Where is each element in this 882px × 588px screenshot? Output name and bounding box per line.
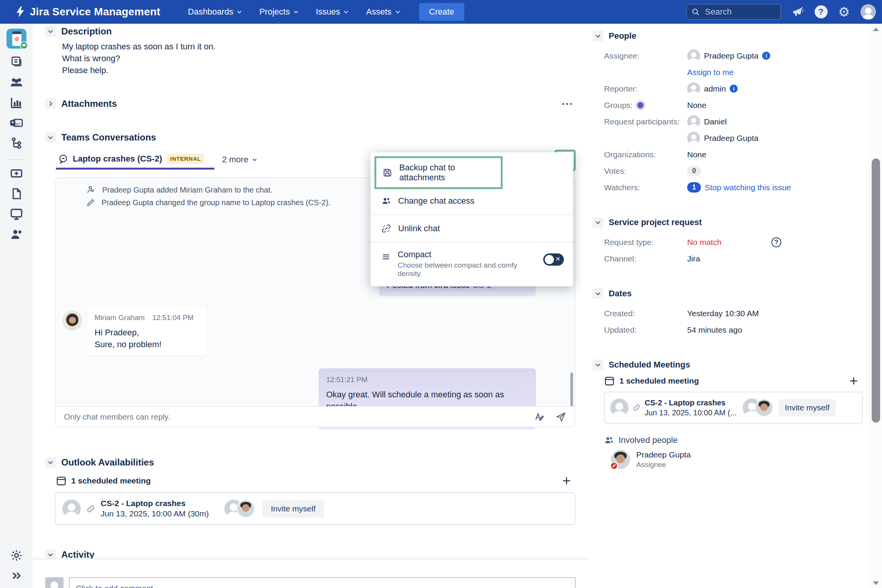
nav-menu-projects[interactable]: Projects (259, 7, 299, 17)
assignee-name[interactable]: Pradeep Gupta (704, 51, 758, 60)
create-button[interactable]: Create (419, 3, 464, 21)
nav-menu-dashboards[interactable]: Dashboards (188, 7, 243, 17)
loading-dot-icon (637, 102, 644, 108)
participant-name[interactable]: Daniel (704, 117, 727, 126)
rb-invite-myself-button[interactable]: Invite myself (779, 399, 836, 416)
nav-menu-issues[interactable]: Issues (316, 7, 350, 17)
sidebar-item-queues[interactable] (10, 55, 23, 69)
teams-conversations-title: Teams Conversations (61, 132, 156, 143)
scroll-up-arrow[interactable] (873, 28, 879, 31)
meeting-title: CS-2 - Laptop crashes (101, 499, 209, 508)
involved-people-header: Involved people (604, 435, 869, 445)
created-row: Created: Yesterday 10:30 AM (604, 305, 869, 322)
request-type-row: Request type: No match ? (604, 234, 869, 250)
project-settings-button[interactable] (10, 549, 23, 562)
menu-item-backup-chat[interactable]: Backup chat to attachments (376, 158, 501, 187)
pencil-icon (86, 198, 95, 207)
camera-calendar-icon (10, 116, 23, 130)
sidebar-item-displays[interactable] (10, 207, 23, 221)
nav-menu-assets[interactable]: Assets (366, 7, 400, 17)
project-avatar[interactable] (7, 29, 26, 49)
collapse-people-button[interactable] (593, 31, 603, 41)
participant-name[interactable]: Pradeep Gupta (704, 134, 758, 143)
participant-avatar (687, 115, 700, 128)
meeting-card[interactable]: CS-2 - Laptop crashes Jun 13, 2025, 10:0… (55, 492, 575, 525)
nav-menus: Dashboards Projects Issues Assets (188, 7, 401, 17)
reporter-row: Reporter: admin i (604, 80, 869, 97)
add-meeting-button[interactable] (561, 475, 572, 486)
nav-right-controls: ? ⚙ (686, 4, 876, 20)
megaphone-icon[interactable] (792, 6, 804, 18)
expand-attachments-button[interactable] (45, 98, 56, 109)
collapse-meetings-button[interactable] (593, 359, 603, 370)
involved-person-name[interactable]: Pradeep Gupta (636, 450, 691, 459)
menu-item-unlink-chat[interactable]: Unlink chat (371, 217, 573, 240)
collapse-description-button[interactable] (45, 26, 56, 37)
channel-value: Jira (687, 254, 700, 263)
bar-chart-icon (10, 96, 23, 109)
sidebar-item-pages[interactable] (10, 187, 23, 201)
assign-to-me-link[interactable]: Assign to me (687, 68, 733, 77)
menu-item-compact: Compact Choose between compact and comfy… (371, 245, 573, 283)
sidebar-item-reports[interactable] (10, 96, 23, 109)
chat-tab-label: Laptop crashes (CS-2) (73, 154, 162, 164)
app-logo[interactable]: Jira Service Management (15, 6, 160, 18)
chat-scrollbar-thumb[interactable] (570, 372, 573, 408)
page-scrollbar[interactable] (869, 24, 882, 588)
sidebar-item-invite[interactable] (10, 227, 23, 241)
collapse-activity-button[interactable] (45, 549, 56, 559)
send-icon[interactable] (555, 412, 566, 422)
sidebar-item-add-shortcut[interactable] (10, 167, 23, 180)
sidebar-item-structure[interactable] (10, 136, 23, 150)
add-comment-field[interactable]: Click to add comment (69, 577, 576, 588)
expand-sidebar-button[interactable] (10, 569, 23, 583)
rb-meeting-title: CS-2 - Laptop crashes (645, 399, 737, 407)
attachments-more-button[interactable] (559, 99, 576, 109)
scrollbar-thumb[interactable] (872, 158, 880, 423)
scroll-down-arrow[interactable] (873, 581, 879, 585)
chat-bubble-icon (58, 154, 68, 164)
more-tabs-dropdown[interactable]: 2 more (222, 155, 257, 168)
stacked-pages-icon (10, 56, 23, 69)
meetings-title: Scheduled Meetings (609, 360, 690, 370)
outlook-title: Outlook Availabilities (61, 457, 154, 468)
chevron-down-icon (47, 459, 54, 466)
rb-add-meeting-button[interactable] (848, 376, 859, 386)
chat-tab-laptop-crashes[interactable]: Laptop crashes (CS-2) INTERNAL (56, 154, 214, 170)
gear-icon[interactable]: ⚙ (838, 5, 850, 18)
sidebar-item-meetings[interactable] (10, 116, 23, 130)
assignee-row: Assignee: Pradeep Gupta i (604, 47, 869, 64)
chat-options-menu: Backup chat to attachments Change chat a… (371, 152, 573, 286)
info-icon[interactable]: i (762, 52, 770, 60)
attendee-avatar (237, 500, 255, 518)
rb-meeting-card[interactable]: CS-2 - Laptop crashes Jun 13, 2025, 10:0… (604, 392, 863, 424)
collapse-teams-button[interactable] (45, 132, 56, 143)
reporter-avatar (687, 82, 700, 95)
message-time: 12:51:21 PM (326, 374, 368, 385)
compact-toggle[interactable]: ✕ (543, 253, 564, 266)
description-header: Description (45, 26, 576, 37)
global-search[interactable] (686, 4, 781, 20)
chevron-right-icon (47, 100, 54, 107)
menu-item-change-access[interactable]: Change chat access (371, 190, 573, 212)
message-line: Sure, no problem! (95, 338, 199, 350)
assign-to-me-row: Assign to me (604, 64, 869, 80)
calendar-icon (56, 475, 67, 486)
sidebar-divider (7, 159, 26, 160)
invite-myself-button[interactable]: Invite myself (263, 500, 324, 518)
channel-row: Channel: Jira (604, 250, 869, 267)
collapse-service-button[interactable] (593, 217, 603, 228)
collapse-dates-button[interactable] (593, 288, 603, 299)
sidebar-item-customers[interactable] (10, 75, 23, 89)
search-input[interactable] (704, 7, 769, 17)
help-icon[interactable]: ? (815, 5, 828, 18)
help-circle-icon[interactable]: ? (771, 237, 781, 247)
stop-watching-link[interactable]: Stop watching this issue (705, 183, 791, 192)
gear-icon (10, 549, 23, 562)
info-icon[interactable]: i (730, 85, 738, 93)
reporter-name[interactable]: admin (704, 84, 726, 93)
collapse-outlook-button[interactable] (45, 457, 56, 468)
profile-avatar[interactable] (861, 4, 876, 20)
people-header: People (593, 31, 869, 41)
format-text-icon[interactable] (534, 412, 545, 422)
